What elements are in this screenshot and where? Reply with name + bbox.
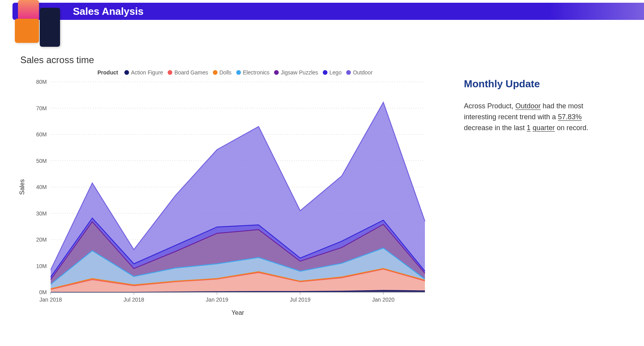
side-panel: Monthly Update Across Product, Outdoor h… [464,78,589,134]
legend-swatch-icon [124,70,129,75]
legend-swatch-icon [274,70,279,75]
side-text-post: on record. [555,124,588,132]
y-tick-label: 20M [36,237,47,243]
y-tick-label: 80M [36,79,47,85]
legend-item-outdoor[interactable]: Outdoor [346,69,373,76]
legend-item-jigsaw-puzzles[interactable]: Jigsaw Puzzles [274,69,318,76]
chart-title: Sales across time [20,55,444,65]
y-tick-label: 0M [39,289,47,295]
y-tick-label: 70M [36,105,47,111]
x-tick-label: Jan 2019 [206,297,228,303]
page-title: Sales Analysis [73,5,143,18]
logo-navy-block [40,8,60,47]
legend-item-label: Lego [329,69,341,76]
legend-title: Product [97,69,118,76]
y-tick-label: 30M [36,210,47,217]
side-title: Monthly Update [464,78,589,90]
header-bar: Sales Analysis [12,3,644,20]
legend-swatch-icon [213,70,218,75]
x-tick-label: Jul 2019 [290,297,311,303]
y-tick-label: 50M [36,158,47,164]
legend-swatch-icon [236,70,241,75]
x-tick-label: Jan 2020 [372,297,395,303]
logo-orange-block [15,19,39,43]
side-unit-link[interactable]: quarter [533,124,555,132]
side-text-mid2: decrease in the last [464,124,527,132]
chart-section: Sales across time Product Action FigureB… [16,55,444,320]
legend-item-label: Electronics [243,69,269,76]
x-axis-label: Year [232,309,244,316]
legend-item-dolls[interactable]: Dolls [213,69,232,76]
area-chart[interactable]: 0M10M20M30M40M50M60M70M80MJan 2018Jul 20… [16,78,437,320]
side-quantity-link[interactable]: 1 [527,124,531,132]
y-tick-label: 40M [36,184,47,190]
side-text-pre: Across Product, [464,102,515,110]
x-tick-label: Jul 2018 [124,297,144,303]
legend-swatch-icon [346,70,351,75]
legend-item-label: Dolls [219,69,232,76]
y-tick-label: 10M [36,263,47,269]
y-axis-label: Sales [19,179,25,195]
legend-item-electronics[interactable]: Electronics [236,69,269,76]
y-tick-label: 60M [36,131,47,138]
legend-item-lego[interactable]: Lego [323,69,341,76]
legend-item-label: Jigsaw Puzzles [281,69,318,76]
side-product-link[interactable]: Outdoor [515,102,541,110]
x-tick-label: Jan 2018 [39,297,62,303]
side-percent-link[interactable]: 57.83% [558,113,582,121]
legend-item-label: Action Figure [131,69,163,76]
side-text: Across Product, Outdoor had the most int… [464,101,589,134]
legend-item-label: Outdoor [353,69,373,76]
logo [15,0,65,48]
legend: Product Action FigureBoard GamesDollsEle… [97,69,444,76]
legend-swatch-icon [323,70,327,75]
legend-item-board-games[interactable]: Board Games [168,69,208,76]
legend-swatch-icon [168,70,172,75]
logo-pink-block [18,0,39,21]
legend-item-action-figure[interactable]: Action Figure [124,69,163,76]
legend-item-label: Board Games [174,69,208,76]
